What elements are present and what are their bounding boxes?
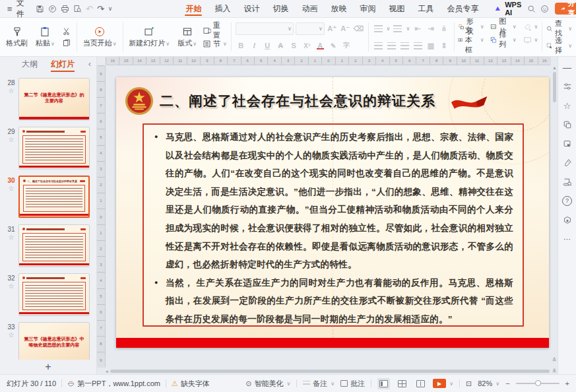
line-spacing-button[interactable]: ⇕: [439, 40, 450, 51]
export-pdf-icon[interactable]: P: [48, 3, 57, 15]
zoom-slider[interactable]: [516, 383, 560, 384]
scroll-up-icon[interactable]: ▲: [552, 65, 557, 71]
text-effect-button[interactable]: 字: [341, 40, 352, 51]
vertical-scrollbar[interactable]: ▲: [552, 65, 558, 357]
annotate-button[interactable]: 批注: [340, 379, 365, 389]
notes-button[interactable]: 备注 ∨: [303, 379, 335, 389]
format-painter-button[interactable]: 格式刷: [4, 26, 30, 49]
wps-ai-button[interactable]: WPS AI: [495, 1, 523, 16]
slide-30[interactable]: 二、阐述了社会存在与社会意识的辩证关系 马克思、恩格斯通过对人的社会意识产生的历…: [116, 77, 549, 348]
star-icon[interactable]: ☆: [9, 234, 15, 241]
zoom-level-button[interactable]: 82% ∨: [478, 379, 499, 387]
columns-button[interactable]: ▥: [426, 40, 437, 51]
save-icon[interactable]: [36, 3, 44, 15]
tab-design[interactable]: 设计: [238, 1, 265, 16]
shapes-pane-icon[interactable]: [562, 119, 573, 130]
textbox-button[interactable]: A 文本框∨: [458, 33, 484, 46]
text-direction-button[interactable]: ā: [438, 23, 449, 34]
fit-to-window-icon[interactable]: ⊡: [466, 379, 472, 388]
missing-font-warning[interactable]: ⚠ 缺失字体: [172, 379, 210, 389]
slide-thumbnail-32[interactable]: 32☆: [0, 270, 96, 319]
increase-font-button[interactable]: A⁺: [327, 23, 338, 34]
highlight-button[interactable]: ✎: [328, 40, 339, 51]
file-menu[interactable]: ≡ 文件: [5, 0, 28, 20]
reference-search-icon[interactable]: [562, 177, 573, 187]
bold-button[interactable]: B: [236, 40, 247, 51]
slideshow-button[interactable]: ▶ ∨: [433, 379, 453, 388]
collapse-panel-icon[interactable]: ‹: [88, 59, 91, 69]
tab-insert[interactable]: 插入: [208, 1, 236, 16]
find-button[interactable]: 查找∨: [546, 22, 572, 35]
select-button[interactable]: 选择∨: [546, 39, 572, 52]
star-icon[interactable]: ☆: [9, 331, 15, 339]
horizontal-ruler[interactable]: 1615141312111098765432101234567891011121…: [106, 57, 551, 65]
star-icon[interactable]: ☆: [9, 136, 15, 143]
slide-body-textbox[interactable]: 马克思、恩格斯通过对人的社会意识产生的历史考察后指出，思想、宗教、法律、国家以及…: [143, 123, 524, 327]
selection-pane-icon[interactable]: [562, 139, 573, 149]
cut-icon[interactable]: [61, 25, 73, 37]
slide-thumbnail-28[interactable]: 28☆ 第二节《德意志意识形态》的主要内容: [0, 75, 96, 123]
tab-slideshow[interactable]: 放映: [325, 1, 352, 16]
decrease-font-button[interactable]: A⁻: [340, 23, 351, 34]
collapse-sidebar-icon[interactable]: —: [562, 62, 573, 73]
tab-tools[interactable]: 工具: [412, 1, 439, 16]
redo-icon[interactable]: ↷: [97, 3, 104, 15]
copy-icon[interactable]: [61, 37, 73, 49]
scroll-left-icon[interactable]: ◂: [106, 369, 108, 374]
bullet-list-button[interactable]: [373, 23, 384, 34]
superscript-button[interactable]: X²: [302, 40, 313, 51]
fill-button[interactable]: ∨: [523, 20, 538, 33]
tab-membership[interactable]: 会员专享: [441, 1, 484, 16]
play-from-current-button[interactable]: 当页开始∨: [81, 26, 119, 49]
next-slide-button[interactable]: ≚: [552, 368, 557, 374]
paste-button[interactable]: 粘贴∨: [34, 26, 57, 49]
feedback-smiley-icon[interactable]: [540, 3, 549, 15]
slide-thumbnail-29[interactable]: 29☆: [0, 123, 96, 172]
increase-indent-button[interactable]: ⇥: [425, 23, 436, 34]
font-family-select[interactable]: ∨: [236, 22, 294, 35]
more-icon[interactable]: ⋯: [562, 234, 573, 244]
font-color-button[interactable]: A: [315, 40, 326, 51]
numbered-list-button[interactable]: [392, 23, 403, 34]
justify-button[interactable]: [412, 40, 424, 51]
tab-review[interactable]: 审阅: [354, 1, 381, 16]
search-icon[interactable]: [527, 3, 536, 15]
decrease-indent-button[interactable]: ⇤: [412, 23, 423, 34]
outline-tab[interactable]: 大纲: [22, 57, 38, 72]
share-button[interactable]: 分享: [555, 3, 576, 15]
slide-layout-button[interactable]: 版式∨: [176, 26, 199, 49]
new-slide-button[interactable]: 新建幻灯片∨: [127, 26, 172, 49]
underline-button[interactable]: U: [262, 40, 273, 51]
tab-transition[interactable]: 切换: [267, 1, 294, 16]
reset-slide-button[interactable]: 重置: [203, 24, 227, 37]
previous-slide-button[interactable]: ≙: [552, 357, 557, 363]
slide-thumbnail-30-current[interactable]: 30☆ 二、阐述了社会存在与社会意识的辩证关系: [0, 172, 96, 221]
vertical-ruler[interactable]: 9876543210123456789: [97, 65, 106, 368]
undo-icon[interactable]: ↶: [86, 3, 93, 15]
template-credit[interactable]: 第一PPT，www.1ppt.com: [67, 379, 160, 389]
favorites-star-icon[interactable]: ☆: [562, 100, 573, 111]
align-left-button[interactable]: [373, 40, 384, 51]
print-icon[interactable]: [61, 3, 69, 15]
slide-thumbnail-31[interactable]: 31☆: [0, 221, 96, 270]
help-icon[interactable]: ?: [562, 196, 572, 206]
align-center-button[interactable]: [386, 40, 397, 51]
star-icon[interactable]: ☆: [9, 282, 15, 290]
star-icon[interactable]: ☆: [9, 87, 15, 94]
zoom-slider-knob[interactable]: [535, 380, 541, 386]
tab-home[interactable]: 开始: [179, 1, 207, 16]
add-slide-button[interactable]: +: [0, 360, 96, 374]
align-right-button[interactable]: [399, 40, 410, 51]
history-chevron-icon[interactable]: ∨: [108, 3, 113, 15]
tools-icon[interactable]: [562, 158, 573, 168]
slide-thumbnail-33[interactable]: 33☆ 第三节《德意志意识形态》中唯物史观思想的主要内容: [0, 319, 96, 360]
slide-sorter-view-button[interactable]: [396, 378, 408, 389]
slide-title[interactable]: 二、阐述了社会存在与社会意识的辩证关系: [160, 92, 435, 110]
normal-view-button[interactable]: [377, 378, 390, 389]
strikethrough-button[interactable]: A: [275, 40, 286, 51]
reading-view-button[interactable]: [414, 378, 427, 389]
horizontal-scrollbar[interactable]: ◂: [106, 369, 550, 374]
italic-button[interactable]: I: [249, 40, 260, 51]
scrollbar-thumb[interactable]: [110, 370, 550, 373]
tab-animation[interactable]: 动画: [296, 1, 323, 16]
